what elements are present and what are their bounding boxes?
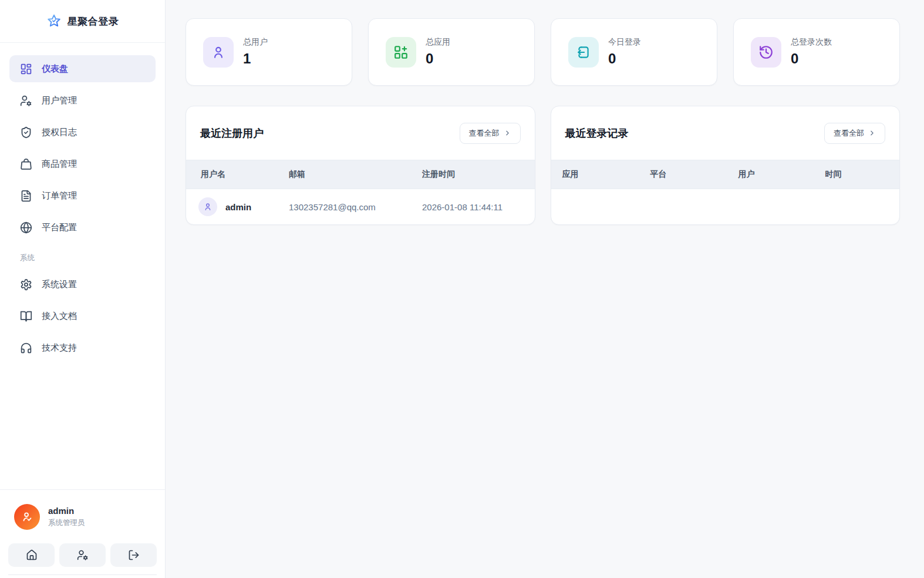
empty-table-body xyxy=(551,189,900,224)
settings-icon xyxy=(20,278,32,291)
shield-check-icon xyxy=(20,126,32,139)
sidebar-footer: admin 系统管理员 xyxy=(0,489,165,578)
row-time: 2026-01-08 11:44:11 xyxy=(422,202,520,212)
star-logo-icon xyxy=(46,14,62,29)
user-cell: admin xyxy=(198,197,289,216)
profile-role: 系统管理员 xyxy=(48,518,85,528)
chevron-right-icon xyxy=(504,129,511,137)
logout-button[interactable] xyxy=(110,543,157,567)
sidebar-item-label: 接入文档 xyxy=(42,311,77,322)
sidebar-item-label: 系统设置 xyxy=(42,279,77,290)
sidebar-item-label: 仪表盘 xyxy=(42,63,68,75)
recent-users-panel: 最近注册用户 查看全部 用户名 邮箱 注册时间 admin xyxy=(186,106,535,225)
stats-row: 总用户 1 总应用 0 今日登录 0 xyxy=(186,18,900,86)
history-icon xyxy=(751,37,781,68)
logout-icon xyxy=(128,549,140,561)
profile-username: admin xyxy=(48,506,85,516)
panel-header: 最近注册用户 查看全部 xyxy=(186,106,535,160)
sidebar-section-label: 系统 xyxy=(9,246,156,271)
sidebar-item-orders[interactable]: 订单管理 xyxy=(9,182,156,209)
column-header: 邮箱 xyxy=(289,169,422,180)
column-header: 平台 xyxy=(650,169,738,180)
sidebar-nav: 仪表盘 用户管理 授权日志 商品管理 订单管理 xyxy=(0,43,165,489)
row-email: 1302357281@qq.com xyxy=(289,202,422,212)
sidebar-item-dashboard[interactable]: 仪表盘 xyxy=(9,55,156,82)
stat-value: 1 xyxy=(243,51,268,67)
book-open-icon xyxy=(20,310,32,322)
column-header: 用户名 xyxy=(201,169,289,180)
sidebar-item-docs[interactable]: 接入文档 xyxy=(9,303,156,330)
home-button[interactable] xyxy=(8,543,55,567)
main-content: 总用户 1 总应用 0 今日登录 0 xyxy=(166,0,924,578)
column-header: 注册时间 xyxy=(422,169,520,180)
table-header: 应用 平台 用户 时间 xyxy=(551,160,900,189)
sidebar-item-label: 商品管理 xyxy=(42,159,77,170)
sidebar-item-label: 订单管理 xyxy=(42,190,77,201)
user-profile: admin 系统管理员 xyxy=(8,504,157,530)
shopping-bag-icon xyxy=(20,158,32,170)
dashboard-icon xyxy=(20,63,32,75)
app-logo: 星聚合登录 xyxy=(0,0,165,43)
user-icon xyxy=(203,37,234,68)
sidebar-item-label: 平台配置 xyxy=(42,222,77,233)
stat-card-total-logins: 总登录次数 0 xyxy=(733,18,900,86)
stat-card-total-apps: 总应用 0 xyxy=(368,18,535,86)
stat-card-total-users: 总用户 1 xyxy=(186,18,352,86)
headphones-icon xyxy=(20,342,32,354)
globe-icon xyxy=(20,221,32,234)
column-header: 用户 xyxy=(738,169,825,180)
panel-title: 最近注册用户 xyxy=(200,126,264,140)
sidebar-item-label: 用户管理 xyxy=(42,95,77,106)
recent-logins-panel: 最近登录记录 查看全部 应用 平台 用户 时间 xyxy=(551,106,901,225)
table-header: 用户名 邮箱 注册时间 xyxy=(186,160,535,189)
chevron-right-icon xyxy=(868,129,876,137)
sidebar-item-users[interactable]: 用户管理 xyxy=(9,87,156,114)
view-all-label: 查看全部 xyxy=(469,128,500,139)
row-user-icon xyxy=(198,197,217,216)
account-settings-button[interactable] xyxy=(59,543,106,567)
avatar xyxy=(14,504,40,530)
sidebar-item-products[interactable]: 商品管理 xyxy=(9,150,156,177)
stat-label: 总应用 xyxy=(426,37,450,48)
log-in-icon xyxy=(568,37,599,68)
user-cog-icon xyxy=(77,549,89,561)
row-username: admin xyxy=(225,202,251,212)
sidebar: 星聚合登录 仪表盘 用户管理 授权日志 商品管理 xyxy=(0,0,166,578)
panel-title: 最近登录记录 xyxy=(565,126,629,140)
panel-header: 最近登录记录 查看全部 xyxy=(551,106,900,160)
sidebar-bottom-divider xyxy=(8,574,157,575)
stat-value: 0 xyxy=(608,51,641,67)
column-header: 时间 xyxy=(825,169,889,180)
stat-label: 总登录次数 xyxy=(791,37,832,48)
stat-label: 今日登录 xyxy=(608,37,641,48)
sidebar-item-support[interactable]: 技术支持 xyxy=(9,334,156,361)
sidebar-item-platform-config[interactable]: 平台配置 xyxy=(9,214,156,241)
sidebar-item-label: 技术支持 xyxy=(42,342,77,354)
view-all-users-button[interactable]: 查看全部 xyxy=(460,123,521,144)
panels-row: 最近注册用户 查看全部 用户名 邮箱 注册时间 admin xyxy=(186,106,900,225)
view-all-label: 查看全部 xyxy=(834,128,864,139)
app-title: 星聚合登录 xyxy=(68,15,119,28)
stat-value: 0 xyxy=(426,51,450,67)
table-row[interactable]: admin 1302357281@qq.com 2026-01-08 11:44… xyxy=(186,189,535,224)
sidebar-item-system-settings[interactable]: 系统设置 xyxy=(9,271,156,298)
stat-value: 0 xyxy=(791,51,832,67)
user-cog-icon xyxy=(20,95,32,107)
view-all-logins-button[interactable]: 查看全部 xyxy=(824,123,885,144)
sidebar-item-label: 授权日志 xyxy=(42,127,77,138)
grid-plus-icon xyxy=(386,37,416,68)
footer-buttons xyxy=(8,543,157,567)
stat-label: 总用户 xyxy=(243,37,268,48)
file-text-icon xyxy=(20,190,32,202)
column-header: 应用 xyxy=(562,169,650,180)
home-icon xyxy=(26,549,38,561)
stat-card-today-logins: 今日登录 0 xyxy=(551,18,717,86)
sidebar-item-auth-logs[interactable]: 授权日志 xyxy=(9,119,156,146)
